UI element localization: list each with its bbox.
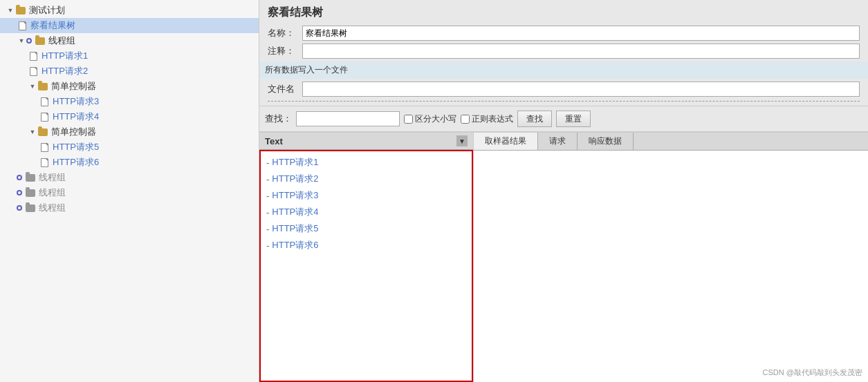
expand-icon-thread1[interactable]: ▼ xyxy=(17,36,26,46)
folder-icon-ctrl1 xyxy=(37,81,48,92)
dash: - xyxy=(266,191,269,201)
connector-dot-3 xyxy=(17,190,22,195)
tabs-header: 取样器结果 请求 响应数据 xyxy=(474,133,868,151)
dropdown-arrow[interactable]: ▼ xyxy=(456,135,468,146)
doc-icon-http5 xyxy=(39,142,50,153)
tree-node-controller1[interactable]: ▼ 简单控制器 xyxy=(0,79,259,94)
tree-node-label: 察看结果树 xyxy=(30,19,75,32)
doc-icon xyxy=(17,20,28,31)
list-item-label: HTTP请求3 xyxy=(272,189,318,202)
left-tree-panel: ▼ 测试计划 察看结果树 ▼ 线程组 xyxy=(0,0,259,382)
name-row: 名称： xyxy=(268,26,860,41)
write-all-label: 所有数据写入一个文件 xyxy=(265,65,348,75)
tab-content-area xyxy=(474,151,868,382)
tree-label-http6: HTTP请求6 xyxy=(53,156,99,169)
tree-node-http6[interactable]: HTTP请求6 xyxy=(0,155,259,170)
tree-label-http3: HTTP请求3 xyxy=(53,95,99,108)
tree-label-thread2: 线程组 xyxy=(39,171,66,184)
list-item-label: HTTP请求1 xyxy=(272,156,318,169)
tab-label-response: 响应数据 xyxy=(589,136,622,146)
tree-node-thread-group-3[interactable]: 线程组 xyxy=(0,185,259,200)
dash: - xyxy=(266,207,269,218)
doc-icon-http1 xyxy=(28,50,39,61)
list-item[interactable]: - HTTP请求2 xyxy=(261,171,472,187)
tree-label-ctrl1: 简单控制器 xyxy=(51,80,96,93)
doc-icon-http4 xyxy=(39,111,50,122)
name-input[interactable] xyxy=(302,26,860,41)
list-item[interactable]: - HTTP请求1 xyxy=(261,154,472,171)
folder-icon-thread1 xyxy=(35,35,46,46)
comment-input[interactable] xyxy=(302,44,860,59)
list-item[interactable]: - HTTP请求5 xyxy=(261,220,472,237)
tree-label-http1: HTTP请求1 xyxy=(41,50,88,62)
text-column-title: Text xyxy=(265,136,283,146)
search-input[interactable] xyxy=(296,111,400,126)
dash: - xyxy=(266,157,269,168)
tree-label-http5: HTTP请求5 xyxy=(53,141,99,153)
divider xyxy=(268,101,860,102)
regex-checkbox-label[interactable]: 正则表达式 xyxy=(461,113,513,125)
case-sensitive-checkbox[interactable] xyxy=(404,115,413,124)
case-sensitive-checkbox-label[interactable]: 区分大小写 xyxy=(404,113,456,125)
doc-icon-http6 xyxy=(39,157,50,168)
name-label: 名称： xyxy=(268,27,302,39)
tab-response-data[interactable]: 响应数据 xyxy=(578,133,634,150)
connector-dot-2 xyxy=(17,175,22,180)
list-item[interactable]: - HTTP请求3 xyxy=(261,187,472,204)
expand-icon-ctrl2[interactable]: ▼ xyxy=(28,127,37,137)
tree-node-thread1-label: 线程组 xyxy=(48,35,75,47)
right-panel: 察看结果树 名称： 注释： 所有数据写入一个文件 文件名 查找： xyxy=(259,0,868,382)
tree-node-http2[interactable]: HTTP请求2 xyxy=(0,64,259,79)
filename-row: 文件名 xyxy=(268,82,860,97)
folder-icon xyxy=(15,5,26,16)
text-list: - HTTP请求1 - HTTP请求2 - HTTP请求3 - HTTP请求4 xyxy=(259,150,473,382)
dash: - xyxy=(266,224,269,234)
tree-label-thread3: 线程组 xyxy=(39,187,66,199)
comment-label: 注释： xyxy=(268,45,302,57)
folder-icon-thread2 xyxy=(25,172,36,183)
tree-node-http4[interactable]: HTTP请求4 xyxy=(0,109,259,124)
watermark-text: CSDN @敲代码敲到头发茂密 xyxy=(763,368,862,376)
doc-icon-http2 xyxy=(28,66,39,77)
write-all-section: 所有数据写入一个文件 xyxy=(259,61,868,79)
folder-icon-thread4 xyxy=(25,202,36,213)
tree-node-thread-group-2[interactable]: 线程组 xyxy=(0,170,259,185)
page-title: 察看结果树 xyxy=(268,6,860,20)
folder-icon-ctrl2 xyxy=(37,126,48,137)
connector-dot-4 xyxy=(17,205,22,211)
list-item[interactable]: - HTTP请求6 xyxy=(261,237,472,254)
tab-request[interactable]: 请求 xyxy=(538,133,578,150)
tab-label-request: 请求 xyxy=(549,136,566,146)
list-item-label: HTTP请求5 xyxy=(272,222,318,235)
expand-icon[interactable]: ▼ xyxy=(6,6,15,15)
tree-node-root[interactable]: ▼ 测试计划 xyxy=(0,3,259,18)
list-item-label: HTTP请求6 xyxy=(272,239,318,251)
tree-node-http5[interactable]: HTTP请求5 xyxy=(0,140,259,155)
tree-label-thread4: 线程组 xyxy=(39,202,66,214)
connector-dot xyxy=(26,38,32,44)
tree-label-http4: HTTP请求4 xyxy=(53,111,99,123)
search-bar: 查找： 区分大小写 正则表达式 查找 重置 xyxy=(259,106,868,132)
filename-input[interactable] xyxy=(302,82,860,97)
text-column-header: Text ▼ xyxy=(259,133,473,150)
expand-icon-ctrl1[interactable]: ▼ xyxy=(28,82,37,91)
bottom-content: Text ▼ - HTTP请求1 - HTTP请求2 - HTTP请求3 xyxy=(259,132,868,382)
text-column: Text ▼ - HTTP请求1 - HTTP请求2 - HTTP请求3 xyxy=(259,133,474,382)
tree-node-http3[interactable]: HTTP请求3 xyxy=(0,94,259,109)
list-item[interactable]: - HTTP请求4 xyxy=(261,204,472,220)
tree-node-http1[interactable]: HTTP请求1 xyxy=(0,48,259,64)
search-label: 查找： xyxy=(265,113,292,125)
doc-icon-http3 xyxy=(39,96,50,107)
tab-sampler-result[interactable]: 取样器结果 xyxy=(474,133,538,150)
tree-node-controller2[interactable]: ▼ 简单控制器 xyxy=(0,124,259,140)
search-button[interactable]: 查找 xyxy=(517,111,552,127)
dash: - xyxy=(266,174,269,184)
tree-node-thread-group-1[interactable]: ▼ 线程组 xyxy=(0,33,259,48)
tree-node-thread-group-4[interactable]: 线程组 xyxy=(0,200,259,216)
regex-checkbox[interactable] xyxy=(461,115,470,124)
reset-button[interactable]: 重置 xyxy=(556,111,591,127)
list-item-label: HTTP请求4 xyxy=(272,206,318,218)
config-panel: 察看结果树 名称： 注释： 所有数据写入一个文件 文件名 xyxy=(259,0,868,106)
right-tabs-panel: 取样器结果 请求 响应数据 xyxy=(474,133,868,382)
tree-node-view-result[interactable]: 察看结果树 xyxy=(0,18,259,33)
